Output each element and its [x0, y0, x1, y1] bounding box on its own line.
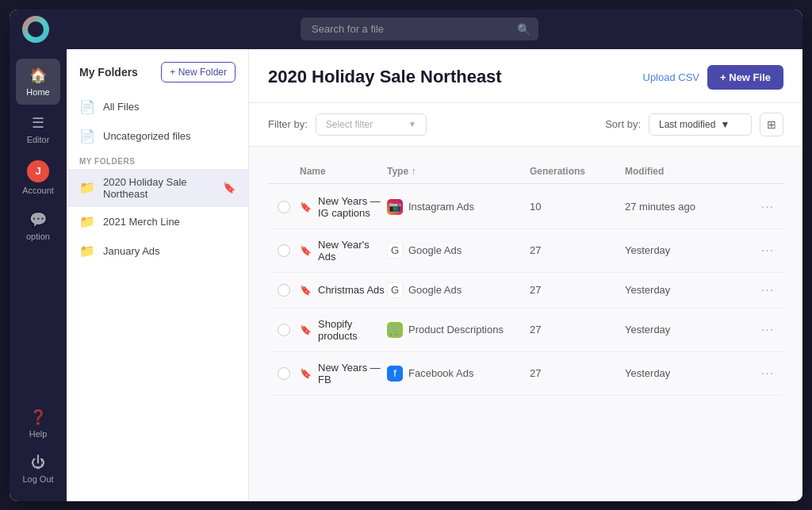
row1-checkbox[interactable] — [268, 201, 300, 213]
shopify-icon: 🛒 — [387, 322, 403, 338]
row3-modified: Yesterday — [625, 284, 752, 296]
grid-view-button[interactable]: ⊞ — [760, 113, 783, 136]
sidebar-item-option-label: option — [26, 232, 50, 241]
sidebar-nav: 🏠 Home ☰ Editor J Account 💬 option ❓ Hel… — [10, 49, 67, 501]
facebook-icon: f — [387, 366, 403, 382]
folder-sidebar: My Folders + New Folder 📄 All Files 📄 Un… — [67, 49, 249, 501]
row4-name: 🔖 Shopify products — [300, 318, 387, 342]
row3-more-button[interactable]: ··· — [761, 283, 774, 297]
row5-bookmark-icon[interactable]: 🔖 — [300, 368, 312, 379]
logo — [22, 16, 49, 43]
google-icon: G — [387, 243, 403, 259]
folder-all-files[interactable]: 📄 All Files — [67, 92, 248, 121]
row5-name: 🔖 New Years — FB — [300, 362, 387, 385]
all-files-icon: 📄 — [79, 99, 95, 114]
my-folders-title: My Folders — [79, 66, 138, 79]
upload-csv-button[interactable]: Upload CSV — [643, 71, 700, 83]
radio-btn[interactable] — [278, 284, 290, 297]
row3-name: 🔖 Christmas Ads — [300, 284, 387, 296]
sidebar-item-editor-label: Editor — [27, 135, 50, 144]
row2-more-button[interactable]: ··· — [761, 243, 774, 258]
header-modified: Modified — [625, 166, 752, 177]
folder-holiday-label: 2020 Holiday Sale Northeast — [103, 176, 215, 200]
row5-checkbox[interactable] — [268, 367, 300, 380]
filter-select[interactable]: Select filter ▼ — [316, 113, 427, 136]
sidebar-item-editor[interactable]: ☰ Editor — [10, 106, 67, 152]
filter-placeholder: Select filter — [326, 119, 373, 130]
row5-type: f Facebook Ads — [387, 366, 530, 382]
row4-bookmark-icon[interactable]: 🔖 — [300, 324, 312, 336]
row3-bookmark-icon[interactable]: 🔖 — [300, 285, 312, 296]
folder-merch[interactable]: 📁 2021 Merch Line — [67, 207, 248, 236]
radio-btn[interactable] — [278, 201, 290, 213]
folder-january-label: January Ads — [103, 245, 160, 257]
row2-type-text: Google Ads — [408, 244, 462, 256]
row5-generations: 27 — [530, 367, 625, 379]
row1-more-button[interactable]: ··· — [761, 200, 774, 214]
row5-more-button[interactable]: ··· — [761, 366, 774, 381]
row2-name: 🔖 New Year's Ads — [300, 239, 387, 263]
filter-left: Filter by: Select filter ▼ — [268, 113, 427, 136]
sidebar-item-option[interactable]: 💬 option — [10, 203, 67, 249]
table-row[interactable]: 🔖 New Years — IG captions 📷 Instagram Ad… — [268, 186, 783, 229]
row3-name-text: Christmas Ads — [318, 284, 385, 296]
sidebar-item-account-label: Account — [22, 186, 54, 195]
table-row[interactable]: 🔖 New Year's Ads G Google Ads 27 Yesterd… — [268, 229, 783, 273]
files-table: Name Type ↑ Generations Modified 🔖 New Y… — [249, 147, 802, 501]
home-icon: 🏠 — [29, 67, 47, 84]
header-name: Name — [300, 166, 387, 177]
row4-type: 🛒 Product Descriptions — [387, 322, 530, 338]
sidebar-item-help[interactable]: ❓ Help — [10, 401, 67, 447]
folder-holiday[interactable]: 📁 2020 Holiday Sale Northeast 🔖 — [67, 169, 248, 207]
radio-btn[interactable] — [278, 324, 290, 336]
header-actions — [752, 166, 783, 177]
row4-type-text: Product Descriptions — [408, 324, 504, 336]
row4-checkbox[interactable] — [268, 324, 300, 336]
new-file-button[interactable]: + New File — [707, 65, 783, 90]
folder-merch-icon: 📁 — [79, 214, 95, 229]
row5-actions: ··· — [752, 366, 783, 381]
row4-name-text: Shopify products — [318, 318, 387, 342]
row2-generations: 27 — [530, 244, 625, 256]
help-icon: ❓ — [29, 408, 47, 426]
row2-checkbox[interactable] — [268, 244, 300, 257]
table-header: Name Type ↑ Generations Modified — [268, 159, 783, 184]
radio-btn[interactable] — [278, 367, 290, 380]
sidebar-item-logout[interactable]: ⏻ Log Out — [10, 447, 67, 492]
row1-name: 🔖 New Years — IG captions — [300, 195, 387, 219]
sort-right: Sort by: Last modified ▼ ⊞ — [605, 113, 783, 136]
folder-uncategorized[interactable]: 📄 Uncategorized files — [67, 121, 248, 151]
sidebar-item-account[interactable]: J Account — [10, 152, 67, 203]
uncategorized-icon: 📄 — [79, 128, 95, 144]
sort-value: Last modified — [659, 119, 715, 130]
row4-more-button[interactable]: ··· — [761, 323, 774, 337]
radio-btn[interactable] — [278, 244, 290, 257]
sort-chevron-icon: ▼ — [720, 119, 730, 130]
google-icon: G — [387, 282, 403, 298]
row2-bookmark-icon[interactable]: 🔖 — [300, 245, 312, 256]
table-row[interactable]: 🔖 Christmas Ads G Google Ads 27 Yesterda… — [268, 273, 783, 309]
sidebar-item-logout-label: Log Out — [22, 474, 53, 484]
sidebar-item-home[interactable]: 🏠 Home — [16, 59, 60, 105]
row4-actions: ··· — [752, 323, 783, 337]
sidebar-item-help-label: Help — [29, 429, 48, 439]
search-input[interactable] — [301, 17, 538, 40]
all-files-label: All Files — [103, 101, 140, 113]
sort-select[interactable]: Last modified ▼ — [649, 113, 752, 136]
app-window: 🔍 🏠 Home ☰ Editor J Account 💬 option — [10, 10, 802, 501]
main-panel: 2020 Holiday Sale Northeast Upload CSV +… — [249, 49, 802, 501]
bookmark-icon-holiday: 🔖 — [223, 182, 236, 194]
row4-generations: 27 — [530, 324, 625, 336]
row3-checkbox[interactable] — [268, 284, 300, 297]
row1-bookmark-icon[interactable]: 🔖 — [300, 201, 312, 213]
table-row[interactable]: 🔖 Shopify products 🛒 Product Description… — [268, 309, 783, 352]
logo-inner — [28, 21, 44, 37]
table-row[interactable]: 🔖 New Years — FB f Facebook Ads 27 Yeste… — [268, 352, 783, 396]
header-check — [268, 166, 300, 177]
new-folder-button[interactable]: + New Folder — [161, 62, 236, 82]
editor-icon: ☰ — [32, 114, 44, 132]
folder-january[interactable]: 📁 January Ads — [67, 236, 248, 266]
filter-bar: Filter by: Select filter ▼ Sort by: Last… — [249, 103, 802, 147]
folder-january-icon: 📁 — [79, 243, 95, 259]
top-bar: 🔍 — [10, 10, 802, 49]
